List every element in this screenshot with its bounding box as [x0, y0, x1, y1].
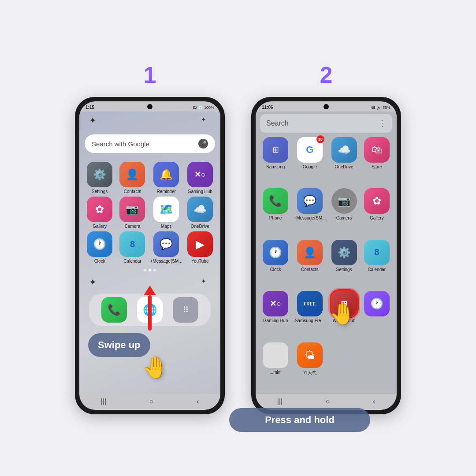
nav-home-1[interactable]: ○	[149, 398, 154, 405]
app-youtube[interactable]: ▶ YouTube	[185, 231, 215, 264]
store-icon: 🛍	[364, 137, 390, 163]
drawer-google[interactable]: G 18 Google	[294, 137, 326, 185]
status-icons-2: 🖼 🔊 85%	[371, 105, 390, 110]
gaming-hub-label: Gaming Hub	[188, 189, 212, 194]
drawer-camera2[interactable]: 📷 Camera	[329, 188, 358, 236]
three-dots-icon[interactable]: ⋮	[378, 119, 386, 128]
sparkle-1: ✦	[89, 115, 97, 126]
camera2-icon: 📷	[331, 188, 357, 214]
drawer-grid: ⊞ Samsung G 18 Google ☁️ OneDrive	[256, 134, 397, 394]
clock-widget-icon: 🕐	[364, 291, 390, 316]
phone2-icon: 📞	[263, 188, 288, 214]
drawer-gallery2[interactable]: ✿ Gallery	[362, 188, 391, 236]
google-label: Google	[303, 164, 317, 169]
search-bar-1[interactable]: Search with Google 🎤	[85, 134, 215, 153]
drawer-store[interactable]: 🛍 Store	[362, 137, 391, 185]
google-badge: 18	[316, 135, 324, 143]
camera-notch-1	[147, 104, 152, 109]
weather-label: YI天气	[303, 370, 316, 376]
drawer-smessage[interactable]: 💬 +Message(SM...	[294, 188, 326, 236]
sparkle-2: ✦	[201, 116, 206, 123]
arrow-up	[144, 286, 156, 331]
app-calendar[interactable]: 8 Calendar	[117, 231, 147, 264]
app-maps[interactable]: 🗺️ Maps	[150, 197, 182, 229]
nav-recent-2[interactable]: ‹	[373, 398, 375, 405]
drawer-gaminghub[interactable]: ✕○ Gaming Hub	[261, 291, 290, 338]
dock-phone-icon: 📞	[101, 297, 127, 323]
settings-label: Settings	[92, 189, 108, 194]
youtube-label: YouTube	[191, 259, 208, 264]
app-message[interactable]: 💬 +Message(SM...	[150, 231, 182, 264]
store-label: Store	[372, 164, 382, 169]
app-gallery[interactable]: ✿ Gallery	[85, 197, 115, 229]
onedrive2-icon: ☁️	[331, 137, 357, 163]
app-reminder[interactable]: 🔔 Reminder	[150, 162, 182, 194]
app-camera[interactable]: 📷 Camera	[117, 197, 147, 229]
step2-container: 2 11:06 🖼 🔊 85% Search ⋮	[251, 62, 401, 414]
drawer-onedrive[interactable]: ☁️ OneDrive	[329, 137, 358, 185]
drawer-samsung-free[interactable]: FREE Samsung Fre...	[294, 291, 326, 338]
calendar-label: Calendar	[123, 259, 141, 264]
gallery2-icon: ✿	[364, 188, 390, 214]
samsung-free-icon: FREE	[297, 291, 323, 316]
app-settings[interactable]: ⚙️ Settings	[85, 162, 115, 194]
contacts2-label: Contacts	[301, 267, 318, 272]
camera-icon: 📷	[119, 197, 145, 222]
contacts-label: Contacts	[124, 189, 141, 194]
sparkles-top: ✦ ✦	[85, 115, 215, 128]
app-clock[interactable]: 🕐 Clock	[85, 231, 115, 264]
app-gaming-hub[interactable]: ✕○ Gaming Hub	[185, 162, 215, 194]
gallery-label: Gallery	[93, 224, 107, 229]
phone2-label: Phone	[269, 216, 282, 220]
dot-1	[144, 269, 146, 271]
reminder-label: Reminder	[156, 189, 175, 194]
nav-back-1[interactable]: |||	[101, 398, 106, 405]
settings2-icon: ⚙️	[331, 240, 357, 265]
search-placeholder-2: Search	[266, 119, 289, 127]
reminder-icon: 🔔	[153, 162, 179, 187]
gaminghub2-icon: ✕○	[263, 291, 288, 316]
nav-home-2[interactable]: ○	[326, 398, 330, 405]
settings-icon: ⚙️	[87, 162, 112, 187]
drawer-calendar2[interactable]: 8 Calendar	[362, 240, 391, 287]
sparkle-4: ✦	[201, 278, 206, 285]
clock2-label: Clock	[270, 267, 281, 272]
weather-icon: 🌤	[297, 342, 323, 368]
nav-bar-1: ||| ○ ‹	[79, 394, 220, 410]
mini-icon	[263, 342, 288, 368]
gallery2-label: Gallery	[370, 216, 384, 220]
phone2: 11:06 🖼 🔊 85% Search ⋮ ⊞	[251, 97, 401, 414]
maps-label: Maps	[161, 224, 171, 229]
nav-recent-1[interactable]: ‹	[197, 398, 199, 405]
drawer-clock-widget[interactable]: 🕐	[362, 291, 391, 338]
calendar2-label: Calendar	[368, 267, 386, 272]
drawer-weather[interactable]: 🌤 YI天气	[294, 342, 326, 391]
youtube-icon: ▶	[187, 231, 213, 257]
mic-icon-1[interactable]: 🎤	[198, 139, 208, 149]
drawer-mini[interactable]: ...mini	[261, 342, 290, 391]
dot-2	[149, 269, 151, 271]
notification-icons-1: 🖼 📧	[193, 105, 203, 110]
hand-cursor-1: 🤚	[142, 355, 168, 380]
app-onedrive[interactable]: ☁️ OneDrive	[185, 197, 215, 229]
status-icons-1: 🖼 📧 100%	[193, 105, 214, 110]
app-contacts[interactable]: 👤 Contacts	[117, 162, 147, 194]
drawer-clock2[interactable]: 🕐 Clock	[261, 240, 290, 287]
gaminghub2-label: Gaming Hub	[263, 318, 288, 323]
drawer-phone[interactable]: 📞 Phone	[261, 188, 290, 236]
gaming-hub-icon: ✕○	[187, 162, 213, 187]
smessage-icon: 💬	[297, 188, 323, 214]
nav-back-2[interactable]: |||	[277, 398, 283, 405]
samsung-label: Samsung	[266, 164, 285, 169]
dot-3	[153, 269, 156, 271]
drawer-settings2[interactable]: ⚙️ Settings	[329, 240, 358, 287]
camera-label: Camera	[125, 224, 141, 229]
drawer-contacts2[interactable]: 👤 Contacts	[294, 240, 326, 287]
dock-phone[interactable]: 📞	[101, 297, 127, 323]
status-time-2: 11:06	[262, 105, 273, 110]
contacts-icon: 👤	[119, 162, 145, 187]
contacts2-icon: 👤	[297, 240, 323, 265]
dock-apps[interactable]: ⠿	[173, 297, 198, 323]
smessage-label: +Message(SM...	[294, 216, 326, 220]
drawer-samsung[interactable]: ⊞ Samsung	[261, 137, 290, 185]
